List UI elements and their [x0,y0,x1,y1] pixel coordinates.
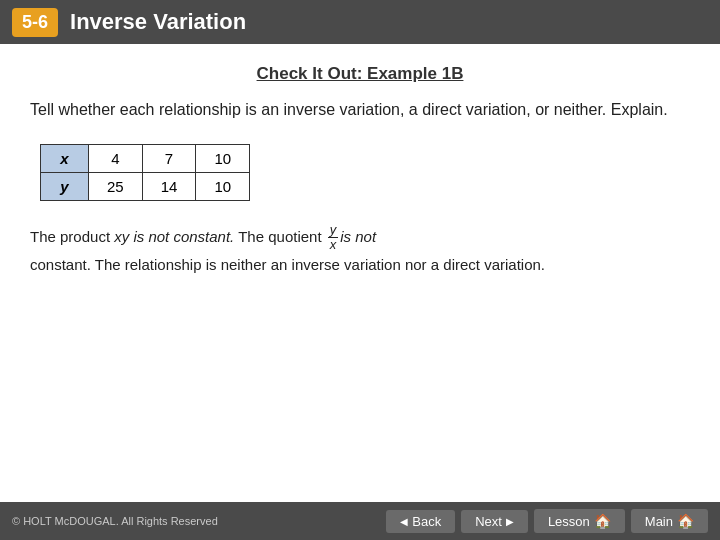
x-val-1: 4 [89,145,143,173]
explanation-part2: The quotient [234,228,325,245]
var-y: y [41,173,89,201]
copyright: © HOLT McDOUGAL. All Rights Reserved [12,515,218,527]
y-val-2: 14 [142,173,196,201]
explanation-part1: The product [30,228,114,245]
header: 5-6 Inverse Variation [0,0,720,44]
fraction-numerator: y [328,223,339,238]
explanation: The product xy is not constant. The quot… [30,223,690,277]
back-button[interactable]: ◀ Back [386,510,455,533]
main-house-icon: 🏠 [677,513,694,529]
fraction: y x [328,223,339,253]
fraction-denominator: x [328,238,339,252]
explanation-italic1: xy is not constant. [114,228,234,245]
data-table-wrapper: x 4 7 10 y 25 14 10 [40,144,690,201]
main-content: Check It Out: Example 1B Tell whether ea… [0,44,720,287]
description: Tell whether each relationship is an inv… [30,98,690,122]
table-row: y 25 14 10 [41,173,250,201]
main-button[interactable]: Main 🏠 [631,509,708,533]
next-button[interactable]: Next ▶ [461,510,528,533]
y-val-3: 10 [196,173,250,201]
footer: © HOLT McDOUGAL. All Rights Reserved ◀ B… [0,502,720,540]
header-title: Inverse Variation [70,9,246,35]
lesson-button[interactable]: Lesson 🏠 [534,509,625,533]
x-val-3: 10 [196,145,250,173]
y-val-1: 25 [89,173,143,201]
lesson-label: Lesson [548,514,590,529]
x-val-2: 7 [142,145,196,173]
back-arrow-icon: ◀ [400,516,408,527]
explanation-part3: constant. The relationship is neither an… [30,256,545,273]
footer-buttons: ◀ Back Next ▶ Lesson 🏠 Main 🏠 [386,509,708,533]
table-row: x 4 7 10 [41,145,250,173]
house-icon: 🏠 [594,513,611,529]
main-label: Main [645,514,673,529]
data-table: x 4 7 10 y 25 14 10 [40,144,250,201]
section-title: Check It Out: Example 1B [30,64,690,84]
next-arrow-icon: ▶ [506,516,514,527]
explanation-italic2: is not [340,228,376,245]
lesson-badge: 5-6 [12,8,58,37]
back-label: Back [412,514,441,529]
next-label: Next [475,514,502,529]
var-x: x [41,145,89,173]
